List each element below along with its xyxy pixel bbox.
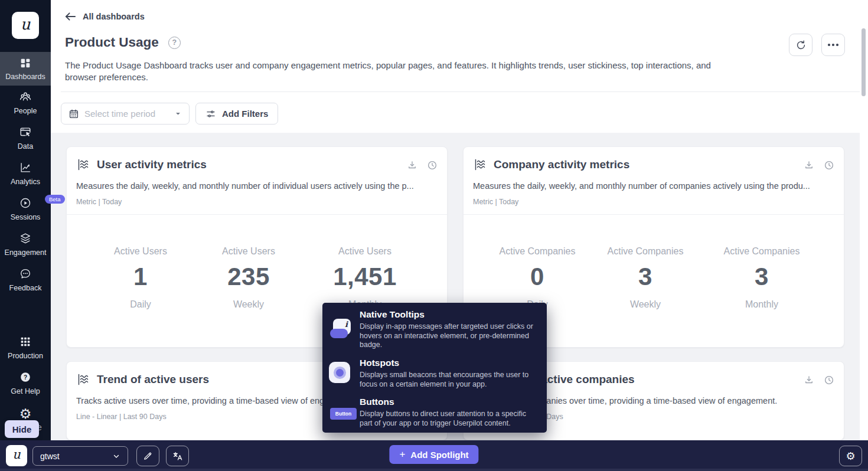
sidebar-item-label: Analytics bbox=[11, 178, 40, 186]
sidebar-item-production[interactable]: Production bbox=[0, 335, 51, 360]
sidebar-item-label: Dashboards bbox=[5, 73, 45, 81]
card-title: Trend of active users bbox=[97, 373, 209, 386]
menu-item-native-tooltips[interactable]: Native Tooltips Display in-app messages … bbox=[360, 309, 540, 350]
logo-letter: u bbox=[12, 449, 21, 463]
metric-value: 1,451 bbox=[306, 263, 424, 291]
menu-item-title: Hotspots bbox=[360, 358, 540, 368]
question-circle-icon: ? bbox=[19, 371, 32, 384]
dashboard-grid-icon bbox=[19, 57, 32, 70]
metric-value: 3 bbox=[703, 263, 821, 291]
metric-value: 0 bbox=[478, 263, 596, 291]
menu-item-hotspots[interactable]: Hotspots Displays small beacons that enc… bbox=[360, 358, 540, 389]
translate-button[interactable] bbox=[166, 446, 189, 466]
data-window-icon bbox=[19, 126, 32, 139]
card-divider bbox=[464, 214, 844, 215]
beta-badge: Beta bbox=[45, 195, 65, 204]
more-options-button[interactable] bbox=[821, 34, 845, 56]
card-description: Measures the daily, weekly, and monthly … bbox=[473, 181, 834, 191]
sidebar-item-data[interactable]: Data bbox=[0, 126, 51, 151]
hide-sidebar-button[interactable]: Hide bbox=[5, 420, 39, 438]
help-icon[interactable]: ? bbox=[168, 37, 181, 49]
ellipsis-icon bbox=[828, 44, 838, 46]
sidebar-item-people[interactable]: People bbox=[0, 90, 51, 115]
metric-value: 3 bbox=[586, 263, 704, 291]
chevron-down-icon bbox=[112, 452, 120, 460]
metric-weekly-active-companies: Active Companies 3 Weekly bbox=[586, 246, 704, 310]
plus-icon: + bbox=[399, 449, 405, 460]
sidebar-item-feedback[interactable]: Feedback bbox=[0, 267, 51, 292]
metric-daily-active-companies: Active Companies 0 Daily bbox=[478, 246, 596, 310]
calendar-icon bbox=[68, 109, 79, 119]
card-meta: Line - Linear | Last 90 Days bbox=[76, 413, 167, 421]
dashboard-description: The Product Usage Dashboard tracks user … bbox=[65, 60, 738, 83]
sidebar-item-label: Sessions bbox=[11, 213, 41, 221]
clock-icon[interactable] bbox=[427, 160, 438, 171]
metric-monthly-active-companies: Active Companies 3 Monthly bbox=[703, 246, 821, 310]
gear-icon: ⚙ bbox=[846, 451, 855, 462]
header-divider bbox=[61, 91, 860, 92]
metric-weekly-active-users: Active Users 235 Weekly bbox=[190, 246, 308, 310]
people-icon bbox=[19, 90, 32, 103]
metric-value: 1 bbox=[81, 263, 200, 291]
metric-waves-icon bbox=[473, 158, 487, 172]
builder-settings-button[interactable]: ⚙ bbox=[839, 446, 862, 466]
time-period-select[interactable]: Select time period bbox=[61, 103, 190, 125]
menu-item-title: Buttons bbox=[360, 397, 540, 407]
flow-select[interactable]: gtwst bbox=[32, 446, 128, 466]
metric-label: Active Users bbox=[190, 246, 308, 257]
sidebar-item-get-help[interactable]: ? Get Help bbox=[0, 371, 51, 395]
metric-label: Active Companies bbox=[586, 246, 704, 257]
metric-period: Weekly bbox=[586, 299, 704, 310]
sidebar: u Dashboards People Data Analytics Beta … bbox=[0, 0, 51, 440]
hotspot-icon bbox=[329, 362, 350, 383]
clock-icon[interactable] bbox=[824, 160, 834, 171]
menu-item-description: Display in-app messages after targeted u… bbox=[360, 322, 540, 350]
userpilot-logo-small[interactable]: u bbox=[6, 445, 27, 466]
metric-period: Monthly bbox=[703, 299, 821, 310]
native-tooltip-icon: i bbox=[330, 319, 353, 340]
logo-letter: u bbox=[21, 17, 31, 34]
metric-label: Active Users bbox=[81, 246, 200, 257]
userpilot-logo[interactable]: u bbox=[12, 12, 39, 39]
metric-label: Active Users bbox=[306, 246, 424, 257]
download-icon[interactable] bbox=[804, 160, 814, 171]
add-filters-label: Add Filters bbox=[222, 109, 268, 119]
download-icon[interactable] bbox=[804, 375, 814, 385]
sidebar-item-dashboards[interactable]: Dashboards bbox=[0, 52, 51, 86]
refresh-button[interactable] bbox=[789, 34, 812, 56]
sidebar-item-label: People bbox=[14, 107, 37, 115]
menu-item-description: Displays small beacons that encourages t… bbox=[360, 371, 540, 389]
metric-value: 235 bbox=[190, 263, 308, 291]
menu-item-description: Display buttons to direct user attention… bbox=[360, 410, 540, 428]
time-period-placeholder: Select time period bbox=[84, 109, 155, 119]
sessions-play-icon: Beta bbox=[19, 197, 32, 210]
add-spotlight-label: Add Spotlight bbox=[410, 450, 468, 460]
scrollbar[interactable] bbox=[862, 28, 866, 96]
download-icon[interactable] bbox=[407, 160, 417, 171]
metric-period: Weekly bbox=[190, 299, 308, 310]
clock-icon[interactable] bbox=[824, 375, 834, 385]
filters-sliders-icon bbox=[205, 109, 216, 119]
add-filters-button[interactable]: Add Filters bbox=[195, 103, 278, 125]
pencil-icon bbox=[143, 451, 153, 461]
layers-icon bbox=[19, 232, 32, 245]
sidebar-item-label: Get Help bbox=[11, 387, 40, 395]
gear-icon: ⚙ bbox=[19, 407, 32, 420]
menu-item-buttons[interactable]: Buttons Display buttons to direct user a… bbox=[360, 397, 540, 428]
metric-daily-active-users: Active Users 1 Daily bbox=[81, 246, 200, 310]
translate-icon bbox=[172, 451, 183, 462]
sidebar-item-settings[interactable]: ⚙ bbox=[0, 407, 51, 420]
sidebar-item-engagement[interactable]: Engagement bbox=[0, 232, 51, 257]
sidebar-item-sessions[interactable]: Beta Sessions bbox=[0, 197, 51, 221]
sidebar-item-label: Engagement bbox=[5, 248, 47, 257]
svg-text:?: ? bbox=[24, 374, 27, 381]
edit-button[interactable] bbox=[136, 446, 159, 466]
add-spotlight-button[interactable]: + Add Spotlight bbox=[389, 445, 478, 464]
spotlight-type-menu: i Native Tooltips Display in-app message… bbox=[322, 303, 547, 433]
back-to-all-dashboards[interactable]: All dashboards bbox=[65, 12, 145, 21]
sidebar-item-analytics[interactable]: Analytics bbox=[0, 161, 51, 186]
metric-monthly-active-users: Active Users 1,451 Monthly bbox=[306, 246, 424, 310]
button-icon: Button bbox=[330, 408, 357, 420]
page-title: Product Usage bbox=[65, 35, 159, 50]
menu-item-title: Native Tooltips bbox=[360, 309, 540, 320]
